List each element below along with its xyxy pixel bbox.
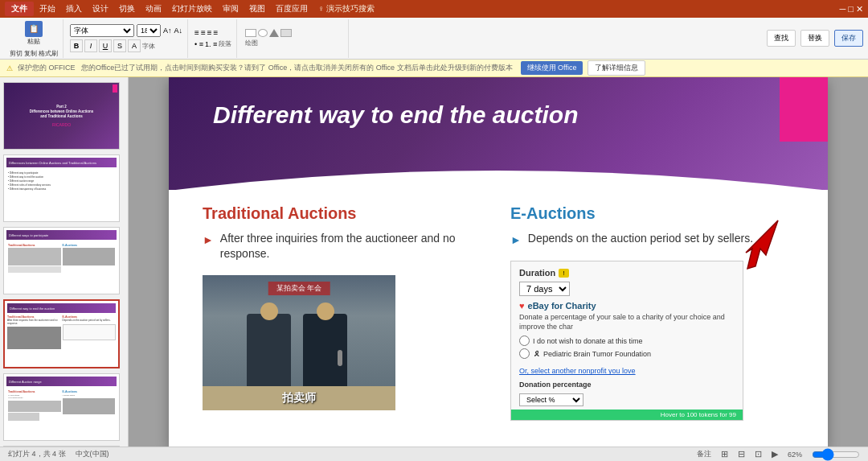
underline-btn[interactable]: U [99, 39, 112, 52]
increase-font-btn[interactable]: A↑ [163, 27, 172, 35]
zoom-level: 62% [788, 451, 802, 459]
view-tab[interactable]: 视图 [244, 2, 270, 16]
slide-content: Traditional Auctions ► After three inqui… [203, 204, 794, 435]
notes-btn[interactable]: 备注 [697, 449, 711, 459]
slide-main-title: Different way to end the auction [213, 101, 755, 129]
slide-thumb-6[interactable]: Different roles of intermediary services… [3, 446, 120, 447]
language-status: 中文(中国) [76, 449, 109, 459]
slide-thumb-3[interactable]: Different ways to participate Traditiona… [3, 227, 120, 294]
slide4-left-text: After three inquiries from the auctionee… [7, 319, 61, 325]
left-bullet-text: After three inquiries from the auctionee… [220, 231, 486, 262]
radio-tumor-icon: 🎗 [533, 350, 540, 358]
design-tab[interactable]: 设计 [88, 2, 113, 16]
baidu-tab[interactable]: 百度应用 [271, 2, 313, 16]
decrease-font-btn[interactable]: A↓ [174, 27, 183, 35]
review-tab[interactable]: 审阅 [218, 2, 244, 16]
transition-tab[interactable]: 切换 [114, 2, 140, 16]
align-right-btn[interactable]: ≡ [207, 28, 212, 37]
replace-btn[interactable]: 替换 [800, 30, 829, 47]
ebay-footer-bar: Hover to 100 tokens for 99 [511, 410, 743, 420]
radio-tumor-label: Pediatric Brain Tumor Foundation [543, 350, 651, 358]
zoom-slider[interactable] [812, 451, 860, 459]
status-bar: 幻灯片 4，共 4 张 中文(中国) 备注 ⊞ ⊟ ⊡ ▶ 62% [0, 447, 868, 461]
slide-sorter-btn[interactable]: ⊟ [738, 449, 745, 459]
paste-btn[interactable]: 📋 粘贴 [23, 19, 45, 47]
slide-view: Different way to end the auction Traditi… [129, 77, 868, 447]
nonprofit-link[interactable]: Or, select another nonprofit you love [519, 367, 636, 375]
svg-marker-0 [746, 220, 778, 269]
slide3-header: Different ways to participate [6, 230, 117, 240]
presentation-btn[interactable]: ▶ [772, 449, 778, 459]
slide-thumb-1[interactable]: Part 2Differences between Online Auction… [3, 82, 120, 150]
slide-thumb-4[interactable]: Different way to end the auction Traditi… [3, 299, 120, 368]
left-heading: Traditional Auctions [203, 204, 486, 223]
ribbon: 📋 粘贴 剪切 复制 格式刷 字体 18 A↑ A↓ B I U S A 字体 … [0, 18, 868, 60]
align-left-btn[interactable]: ≡ [194, 28, 199, 37]
radio-tumor[interactable] [519, 348, 530, 359]
align-center-btn[interactable]: ≡ [201, 28, 206, 37]
left-column: Traditional Auctions ► After three inqui… [203, 204, 486, 435]
format-painter-btn[interactable]: 格式刷 [39, 49, 58, 58]
home-tab[interactable]: 开始 [35, 2, 60, 16]
slide4-header: Different way to end the auction [7, 303, 116, 313]
duration-label: Duration [519, 268, 555, 278]
slide1-title: Part 2Differences between Online Auction… [30, 105, 93, 120]
italic-btn[interactable]: I [84, 39, 97, 52]
continue-office-btn[interactable]: 继续使用 Office [521, 61, 583, 75]
shape-triangle[interactable] [269, 29, 279, 37]
notification-text: 保护您的 OFFICE 您的Office已过了试用期，点击时间到期购买安装？请到… [18, 63, 513, 73]
minimize-btn[interactable]: ─ □ ✕ [839, 4, 863, 14]
slide-thumb-2[interactable]: Differences between Online Auctions and … [3, 154, 120, 222]
strikethrough-btn[interactable]: S [113, 39, 126, 52]
drawing-group: 绘图 [239, 19, 349, 58]
copy-btn[interactable]: 复制 [24, 49, 37, 58]
file-tab[interactable]: 文件 [5, 2, 34, 16]
numbering-btn[interactable]: 1. ≡ [205, 39, 217, 48]
slide-thumb-5[interactable]: Different Auction range Traditional Auct… [3, 373, 120, 441]
clipboard-group: 📋 粘贴 剪切 复制 格式刷 [5, 19, 63, 58]
save-btn[interactable]: 保存 [834, 30, 863, 47]
font-group: 字体 18 A↑ A↓ B I U S A 字体 [65, 19, 188, 58]
duration-select[interactable]: 7 days [519, 282, 570, 296]
slide-header-bg [169, 77, 828, 190]
drawing-group-label: 绘图 [245, 39, 342, 47]
slide4-right-text: Depends on the auction period set by sel… [63, 319, 117, 323]
shape-other[interactable] [280, 29, 292, 37]
learn-more-btn[interactable]: 了解详细信息 [588, 60, 645, 76]
radio-tumor-row[interactable]: 🎗 Pediatric Brain Tumor Foundation [519, 348, 735, 359]
normal-view-btn[interactable]: ⊞ [721, 449, 728, 459]
slide2-header: Differences between Online Auctions and … [6, 158, 117, 167]
ebay-duration-box: Duration ! 7 days ♥ eBay [510, 261, 743, 421]
red-cursor-arrow-svg [722, 216, 786, 273]
nonprofit-link-row: Or, select another nonprofit you love [519, 362, 735, 377]
animation-tab[interactable]: 动画 [141, 2, 166, 16]
font-name-select[interactable]: 字体 [70, 24, 134, 37]
font-size-select[interactable]: 18 [137, 24, 161, 37]
ebay-charity-desc: Donate a percentage of your sale to a ch… [519, 313, 735, 331]
bold-btn[interactable]: B [70, 39, 83, 52]
radio-no-donate-row[interactable]: I do not wish to donate at this time [519, 335, 735, 346]
slideshow-tab[interactable]: 幻灯片放映 [167, 2, 217, 16]
find-btn[interactable]: 查找 [767, 30, 796, 47]
shape-circle[interactable] [258, 29, 268, 37]
slide1-subtitle: RICARDO [52, 122, 71, 127]
donation-select-row: Select % [519, 391, 735, 406]
reading-view-btn[interactable]: ⊡ [755, 449, 762, 459]
bullets-btn[interactable]: • ≡ [194, 39, 203, 48]
ebay-charity-title: eBay for Charity [528, 301, 596, 311]
notification-bar: ⚠ 保护您的 OFFICE 您的Office已过了试用期，点击时间到期购买安装？… [0, 60, 868, 77]
search-tab[interactable]: ♀ 演示技巧搜索 [313, 2, 379, 16]
ebay-box-container: Duration ! 7 days ♥ eBay [510, 261, 794, 421]
microphone [338, 350, 342, 366]
shadow-btn[interactable]: A [128, 39, 141, 52]
menu-bar: 文件 开始 插入 设计 切换 动画 幻灯片放映 审阅 视图 百度应用 ♀ 演示技… [0, 0, 868, 18]
slide-canvas: Different way to end the auction Traditi… [169, 77, 828, 447]
photo-caption: 拍卖师 [282, 391, 316, 405]
paragraph-group-label: 段落 [219, 39, 231, 48]
insert-tab[interactable]: 插入 [61, 2, 87, 16]
cut-btn[interactable]: 剪切 [10, 49, 23, 58]
donation-select[interactable]: Select % [519, 393, 583, 406]
shape-rect[interactable] [245, 29, 256, 37]
justify-btn[interactable]: ≡ [214, 28, 219, 37]
radio-no-donate[interactable] [519, 335, 530, 346]
